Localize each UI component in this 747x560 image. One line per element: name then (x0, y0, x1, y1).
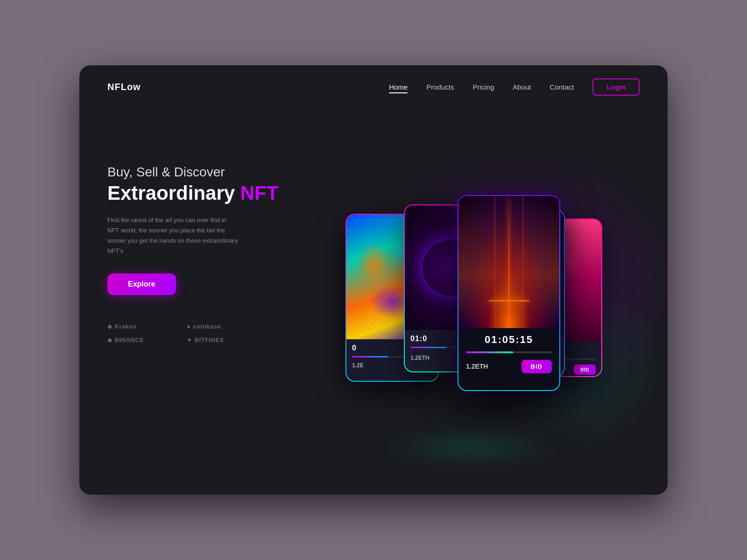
bid-button-back-right[interactable]: BID (574, 364, 596, 375)
price-back-left: 1.2E (352, 362, 364, 369)
card-bottom-front: 1.2ETH BID (466, 360, 552, 373)
hero-title-bold: Extraordinary (107, 182, 235, 204)
nav-link-products[interactable]: Products (426, 83, 454, 91)
partner-bitfinex: ✦ BITFINEX (187, 336, 247, 343)
hero-section: Buy, Sell & Discover Extraordinary NFT F… (79, 109, 668, 495)
login-button[interactable]: Login (592, 78, 640, 96)
binance-label: BINANCE (115, 336, 144, 343)
nav-link-about[interactable]: About (513, 83, 531, 91)
nav-item-products[interactable]: Products (426, 83, 454, 91)
hero-title: Extraordinary NFT (107, 182, 303, 204)
nav-link-home[interactable]: Home (389, 83, 408, 91)
bid-button-front[interactable]: BID (521, 360, 552, 373)
partner-binance: ◆ BINANCE (107, 336, 168, 343)
card-image-front (458, 196, 559, 328)
hero-right: 0 1.2E :15 (303, 137, 640, 495)
tunnel-art (458, 196, 559, 328)
nav-item-contact[interactable]: Contact (550, 83, 574, 91)
partners-grid: ◈ Kraken ● coinbase ◆ BINANCE ✦ BITFINEX (107, 323, 247, 343)
bitfinex-label: BITFINEX (195, 336, 224, 343)
cards-container: 0 1.2E :15 (336, 176, 607, 456)
card-progress-bar-front (466, 351, 513, 353)
nav-item-pricing[interactable]: Pricing (472, 83, 494, 91)
cards-shadow (378, 433, 565, 461)
card-timer-front: 01:05:15 (466, 334, 552, 346)
kraken-icon: ◈ (107, 323, 113, 330)
progress-bar-back-left (352, 356, 388, 357)
card-progress-front (466, 351, 552, 353)
app-window: NFLow Home Products Pricing About Contac… (79, 65, 668, 495)
card-price-front: 1.2ETH (466, 363, 488, 370)
nft-card-front: 01:05:15 1.2ETH BID (458, 195, 560, 391)
coinbase-label: coinbase (193, 323, 221, 330)
navbar: NFLow Home Products Pricing About Contac… (79, 65, 668, 109)
card-info-front: 01:05:15 1.2ETH BID (458, 328, 559, 379)
nav-item-home[interactable]: Home (389, 83, 408, 91)
logo: NFLow (107, 82, 141, 92)
hero-description: Find the rarest of the art you can ever … (107, 215, 238, 256)
progress-bar-mid (410, 347, 446, 348)
bitfinex-icon: ✦ (187, 336, 192, 343)
binance-icon: ◆ (107, 336, 113, 343)
tunnel-lines (458, 196, 559, 328)
hero-title-accent: NFT (240, 182, 279, 204)
kraken-label: Kraken (115, 323, 137, 330)
nav-item-login[interactable]: Login (592, 78, 640, 96)
price-mid: 1.2ETH (410, 355, 430, 361)
explore-button[interactable]: Explore (107, 273, 176, 295)
nav-links: Home Products Pricing About Contact Logi… (389, 78, 640, 96)
nav-link-contact[interactable]: Contact (550, 83, 574, 91)
nav-link-pricing[interactable]: Pricing (472, 83, 494, 91)
partner-kraken: ◈ Kraken (107, 323, 168, 330)
nav-item-about[interactable]: About (513, 83, 531, 91)
hero-left: Buy, Sell & Discover Extraordinary NFT F… (107, 137, 303, 343)
hero-subtitle: Buy, Sell & Discover (107, 165, 303, 180)
partner-coinbase: ● coinbase (187, 323, 247, 330)
coinbase-icon: ● (187, 323, 190, 330)
